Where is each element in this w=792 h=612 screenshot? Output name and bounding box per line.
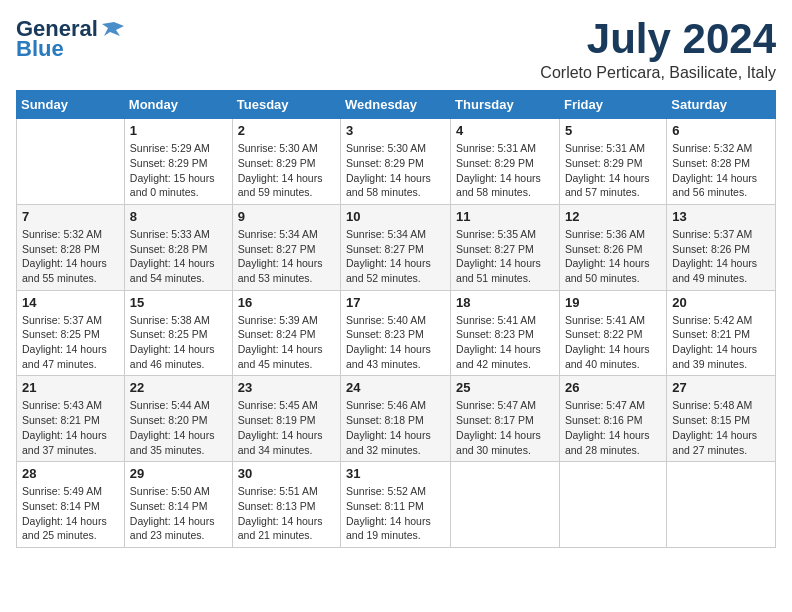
day-info: Sunrise: 5:29 AM Sunset: 8:29 PM Dayligh… bbox=[130, 141, 227, 200]
calendar-cell: 7Sunrise: 5:32 AM Sunset: 8:28 PM Daylig… bbox=[17, 204, 125, 290]
calendar-cell: 16Sunrise: 5:39 AM Sunset: 8:24 PM Dayli… bbox=[232, 290, 340, 376]
day-number: 17 bbox=[346, 295, 445, 310]
day-info: Sunrise: 5:50 AM Sunset: 8:14 PM Dayligh… bbox=[130, 484, 227, 543]
day-number: 5 bbox=[565, 123, 661, 138]
calendar-cell: 21Sunrise: 5:43 AM Sunset: 8:21 PM Dayli… bbox=[17, 376, 125, 462]
weekday-header-tuesday: Tuesday bbox=[232, 91, 340, 119]
week-row-1: 7Sunrise: 5:32 AM Sunset: 8:28 PM Daylig… bbox=[17, 204, 776, 290]
day-number: 11 bbox=[456, 209, 554, 224]
calendar-cell: 18Sunrise: 5:41 AM Sunset: 8:23 PM Dayli… bbox=[451, 290, 560, 376]
calendar-cell bbox=[667, 462, 776, 548]
day-info: Sunrise: 5:52 AM Sunset: 8:11 PM Dayligh… bbox=[346, 484, 445, 543]
day-info: Sunrise: 5:32 AM Sunset: 8:28 PM Dayligh… bbox=[22, 227, 119, 286]
day-number: 26 bbox=[565, 380, 661, 395]
calendar-cell: 17Sunrise: 5:40 AM Sunset: 8:23 PM Dayli… bbox=[341, 290, 451, 376]
weekday-header-friday: Friday bbox=[559, 91, 666, 119]
day-number: 25 bbox=[456, 380, 554, 395]
day-number: 12 bbox=[565, 209, 661, 224]
header-area: General Blue July 2024 Corleto Perticara… bbox=[16, 16, 776, 82]
day-info: Sunrise: 5:31 AM Sunset: 8:29 PM Dayligh… bbox=[456, 141, 554, 200]
calendar-cell: 30Sunrise: 5:51 AM Sunset: 8:13 PM Dayli… bbox=[232, 462, 340, 548]
day-number: 27 bbox=[672, 380, 770, 395]
svg-marker-0 bbox=[102, 22, 124, 36]
day-info: Sunrise: 5:37 AM Sunset: 8:25 PM Dayligh… bbox=[22, 313, 119, 372]
calendar-cell: 28Sunrise: 5:49 AM Sunset: 8:14 PM Dayli… bbox=[17, 462, 125, 548]
day-number: 22 bbox=[130, 380, 227, 395]
day-info: Sunrise: 5:51 AM Sunset: 8:13 PM Dayligh… bbox=[238, 484, 335, 543]
week-row-0: 1Sunrise: 5:29 AM Sunset: 8:29 PM Daylig… bbox=[17, 119, 776, 205]
day-number: 31 bbox=[346, 466, 445, 481]
calendar-cell bbox=[451, 462, 560, 548]
calendar-cell: 1Sunrise: 5:29 AM Sunset: 8:29 PM Daylig… bbox=[124, 119, 232, 205]
calendar-cell: 3Sunrise: 5:30 AM Sunset: 8:29 PM Daylig… bbox=[341, 119, 451, 205]
calendar-cell: 22Sunrise: 5:44 AM Sunset: 8:20 PM Dayli… bbox=[124, 376, 232, 462]
calendar-cell: 6Sunrise: 5:32 AM Sunset: 8:28 PM Daylig… bbox=[667, 119, 776, 205]
calendar-cell: 29Sunrise: 5:50 AM Sunset: 8:14 PM Dayli… bbox=[124, 462, 232, 548]
weekday-header-thursday: Thursday bbox=[451, 91, 560, 119]
calendar-cell: 19Sunrise: 5:41 AM Sunset: 8:22 PM Dayli… bbox=[559, 290, 666, 376]
calendar-cell: 4Sunrise: 5:31 AM Sunset: 8:29 PM Daylig… bbox=[451, 119, 560, 205]
calendar-cell: 12Sunrise: 5:36 AM Sunset: 8:26 PM Dayli… bbox=[559, 204, 666, 290]
day-number: 13 bbox=[672, 209, 770, 224]
day-info: Sunrise: 5:30 AM Sunset: 8:29 PM Dayligh… bbox=[238, 141, 335, 200]
day-info: Sunrise: 5:47 AM Sunset: 8:16 PM Dayligh… bbox=[565, 398, 661, 457]
day-number: 4 bbox=[456, 123, 554, 138]
day-number: 2 bbox=[238, 123, 335, 138]
weekday-header-monday: Monday bbox=[124, 91, 232, 119]
calendar-cell: 11Sunrise: 5:35 AM Sunset: 8:27 PM Dayli… bbox=[451, 204, 560, 290]
calendar-cell: 20Sunrise: 5:42 AM Sunset: 8:21 PM Dayli… bbox=[667, 290, 776, 376]
day-info: Sunrise: 5:49 AM Sunset: 8:14 PM Dayligh… bbox=[22, 484, 119, 543]
calendar-cell: 8Sunrise: 5:33 AM Sunset: 8:28 PM Daylig… bbox=[124, 204, 232, 290]
day-info: Sunrise: 5:43 AM Sunset: 8:21 PM Dayligh… bbox=[22, 398, 119, 457]
day-info: Sunrise: 5:37 AM Sunset: 8:26 PM Dayligh… bbox=[672, 227, 770, 286]
day-info: Sunrise: 5:35 AM Sunset: 8:27 PM Dayligh… bbox=[456, 227, 554, 286]
week-row-3: 21Sunrise: 5:43 AM Sunset: 8:21 PM Dayli… bbox=[17, 376, 776, 462]
day-info: Sunrise: 5:34 AM Sunset: 8:27 PM Dayligh… bbox=[346, 227, 445, 286]
calendar-cell bbox=[559, 462, 666, 548]
calendar-cell: 23Sunrise: 5:45 AM Sunset: 8:19 PM Dayli… bbox=[232, 376, 340, 462]
day-number: 1 bbox=[130, 123, 227, 138]
day-number: 15 bbox=[130, 295, 227, 310]
calendar-cell: 26Sunrise: 5:47 AM Sunset: 8:16 PM Dayli… bbox=[559, 376, 666, 462]
title-area: July 2024 Corleto Perticara, Basilicate,… bbox=[540, 16, 776, 82]
day-info: Sunrise: 5:36 AM Sunset: 8:26 PM Dayligh… bbox=[565, 227, 661, 286]
day-number: 20 bbox=[672, 295, 770, 310]
day-number: 16 bbox=[238, 295, 335, 310]
day-number: 3 bbox=[346, 123, 445, 138]
calendar-cell: 5Sunrise: 5:31 AM Sunset: 8:29 PM Daylig… bbox=[559, 119, 666, 205]
calendar-cell: 31Sunrise: 5:52 AM Sunset: 8:11 PM Dayli… bbox=[341, 462, 451, 548]
day-number: 24 bbox=[346, 380, 445, 395]
calendar-cell: 24Sunrise: 5:46 AM Sunset: 8:18 PM Dayli… bbox=[341, 376, 451, 462]
calendar-cell bbox=[17, 119, 125, 205]
day-info: Sunrise: 5:42 AM Sunset: 8:21 PM Dayligh… bbox=[672, 313, 770, 372]
day-info: Sunrise: 5:40 AM Sunset: 8:23 PM Dayligh… bbox=[346, 313, 445, 372]
day-number: 8 bbox=[130, 209, 227, 224]
day-info: Sunrise: 5:44 AM Sunset: 8:20 PM Dayligh… bbox=[130, 398, 227, 457]
logo-bird-icon bbox=[102, 18, 124, 40]
location-title: Corleto Perticara, Basilicate, Italy bbox=[540, 64, 776, 82]
calendar-cell: 14Sunrise: 5:37 AM Sunset: 8:25 PM Dayli… bbox=[17, 290, 125, 376]
day-info: Sunrise: 5:39 AM Sunset: 8:24 PM Dayligh… bbox=[238, 313, 335, 372]
day-number: 14 bbox=[22, 295, 119, 310]
calendar-cell: 9Sunrise: 5:34 AM Sunset: 8:27 PM Daylig… bbox=[232, 204, 340, 290]
logo-blue: Blue bbox=[16, 36, 64, 62]
calendar-cell: 10Sunrise: 5:34 AM Sunset: 8:27 PM Dayli… bbox=[341, 204, 451, 290]
day-number: 10 bbox=[346, 209, 445, 224]
weekday-header-row: SundayMondayTuesdayWednesdayThursdayFrid… bbox=[17, 91, 776, 119]
calendar-cell: 27Sunrise: 5:48 AM Sunset: 8:15 PM Dayli… bbox=[667, 376, 776, 462]
day-info: Sunrise: 5:41 AM Sunset: 8:22 PM Dayligh… bbox=[565, 313, 661, 372]
day-info: Sunrise: 5:48 AM Sunset: 8:15 PM Dayligh… bbox=[672, 398, 770, 457]
day-info: Sunrise: 5:45 AM Sunset: 8:19 PM Dayligh… bbox=[238, 398, 335, 457]
weekday-header-wednesday: Wednesday bbox=[341, 91, 451, 119]
day-info: Sunrise: 5:41 AM Sunset: 8:23 PM Dayligh… bbox=[456, 313, 554, 372]
day-info: Sunrise: 5:32 AM Sunset: 8:28 PM Dayligh… bbox=[672, 141, 770, 200]
day-info: Sunrise: 5:46 AM Sunset: 8:18 PM Dayligh… bbox=[346, 398, 445, 457]
day-number: 6 bbox=[672, 123, 770, 138]
day-number: 29 bbox=[130, 466, 227, 481]
day-info: Sunrise: 5:31 AM Sunset: 8:29 PM Dayligh… bbox=[565, 141, 661, 200]
day-number: 18 bbox=[456, 295, 554, 310]
day-info: Sunrise: 5:30 AM Sunset: 8:29 PM Dayligh… bbox=[346, 141, 445, 200]
week-row-4: 28Sunrise: 5:49 AM Sunset: 8:14 PM Dayli… bbox=[17, 462, 776, 548]
day-number: 28 bbox=[22, 466, 119, 481]
day-info: Sunrise: 5:47 AM Sunset: 8:17 PM Dayligh… bbox=[456, 398, 554, 457]
